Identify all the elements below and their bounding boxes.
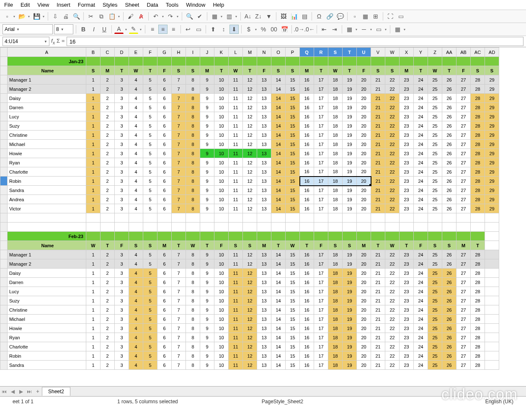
jan-cell-4-18[interactable]: 18 (328, 112, 343, 121)
jan-cell-6-12[interactable]: 12 (243, 131, 257, 140)
feb-cell-1-15[interactable]: 15 (286, 259, 300, 269)
jan-cell-7-4[interactable]: 4 (129, 140, 143, 149)
sort-desc-icon[interactable]: Z↓ (254, 12, 263, 21)
jan-cell-13-16[interactable]: 16 (300, 195, 314, 204)
row-header-17[interactable] (0, 204, 8, 213)
jan-name-14[interactable]: Victor (8, 204, 86, 213)
feb-cell-11-21[interactable]: 21 (371, 351, 385, 361)
jan-cell-7-27[interactable]: 27 (456, 140, 471, 149)
feb-cell-12-23[interactable]: 23 (400, 361, 414, 370)
jan-cell-13-8[interactable]: 8 (186, 195, 200, 204)
jan-cell-1-16[interactable]: 16 (300, 85, 314, 94)
jan-cell-7-10[interactable]: 10 (214, 140, 229, 149)
feb-cell-8-9[interactable]: 9 (200, 324, 214, 333)
indent-inc-button[interactable]: ⇥ (330, 25, 339, 34)
jan-cell-0-19[interactable]: 19 (343, 75, 357, 85)
menu-tools[interactable]: Tools (166, 2, 178, 8)
feb-cell-5-21[interactable]: 21 (371, 296, 385, 305)
feb-cell-9-16[interactable]: 16 (300, 333, 314, 342)
jan-cell-5-23[interactable]: 23 (400, 121, 414, 131)
feb-cell-12-27[interactable]: 27 (456, 361, 471, 370)
jan-cell-6-14[interactable]: 14 (271, 131, 286, 140)
jan-cell-7-2[interactable]: 2 (101, 140, 115, 149)
feb-cell-10-19[interactable]: 19 (343, 342, 357, 351)
row-header-34[interactable] (0, 361, 8, 370)
jan-cell-11-21[interactable]: 21 (371, 177, 385, 186)
feb-cell-6-19[interactable]: 19 (343, 305, 357, 315)
jan-cell-0-12[interactable]: 12 (243, 75, 257, 85)
jan-cell-8-27[interactable]: 27 (456, 149, 471, 158)
jan-cell-2-6[interactable]: 6 (157, 94, 172, 103)
feb-cell-1-26[interactable]: 26 (442, 259, 456, 269)
jan-cell-11-2[interactable]: 2 (101, 177, 115, 186)
jan-cell-4-10[interactable]: 10 (214, 112, 229, 121)
jan-cell-8-13[interactable]: 13 (257, 149, 271, 158)
jan-cell-11-6[interactable]: 6 (157, 177, 172, 186)
jan-cell-0-15[interactable]: 15 (286, 75, 300, 85)
feb-cell-0-27[interactable]: 27 (456, 250, 471, 259)
feb-cell-7-20[interactable]: 20 (357, 315, 371, 324)
feb-cell-12-17[interactable]: 17 (314, 361, 328, 370)
jan-cell-12-4[interactable]: 4 (129, 186, 143, 195)
jan-cell-5-18[interactable]: 18 (328, 121, 343, 131)
feb-cell-9-28[interactable]: 28 (471, 333, 485, 342)
jan-cell-6-20[interactable]: 20 (357, 131, 371, 140)
feb-cell-12-22[interactable]: 22 (385, 361, 400, 370)
feb-cell-0-19[interactable]: 19 (343, 250, 357, 259)
feb-cell-10-1[interactable]: 1 (86, 342, 101, 351)
jan-cell-12-27[interactable]: 27 (456, 186, 471, 195)
feb-cell-0-22[interactable]: 22 (385, 250, 400, 259)
jan-cell-7-21[interactable]: 21 (371, 140, 385, 149)
jan-cell-3-21[interactable]: 21 (371, 103, 385, 112)
jan-cell-2-5[interactable]: 5 (143, 94, 157, 103)
jan-cell-3-3[interactable]: 3 (115, 103, 129, 112)
col-header-U[interactable]: U (357, 48, 371, 57)
feb-cell-6-16[interactable]: 16 (300, 305, 314, 315)
row-header-13[interactable] (0, 167, 8, 177)
bold-button[interactable]: B (79, 25, 88, 34)
jan-cell-10-3[interactable]: 3 (115, 167, 129, 177)
jan-cell-10-14[interactable]: 14 (271, 167, 286, 177)
jan-cell-14-24[interactable]: 24 (414, 204, 428, 213)
jan-cell-6-17[interactable]: 17 (314, 131, 328, 140)
jan-name-4[interactable]: Lucy (8, 112, 86, 121)
jan-cell-2-20[interactable]: 20 (357, 94, 371, 103)
jan-cell-5-15[interactable]: 15 (286, 121, 300, 131)
feb-cell-0-14[interactable]: 14 (271, 250, 286, 259)
feb-cell-4-14[interactable]: 14 (271, 287, 286, 296)
jan-cell-11-3[interactable]: 3 (115, 177, 129, 186)
menu-sheet[interactable]: Sheet (125, 2, 139, 8)
row-header-10[interactable] (0, 140, 8, 149)
jan-cell-4-21[interactable]: 21 (371, 112, 385, 121)
jan-cell-13-4[interactable]: 4 (129, 195, 143, 204)
jan-cell-4-12[interactable]: 12 (243, 112, 257, 121)
tab-add[interactable]: + (34, 389, 42, 394)
feb-cell-7-27[interactable]: 27 (456, 315, 471, 324)
jan-cell-3-23[interactable]: 23 (400, 103, 414, 112)
feb-cell-6-3[interactable]: 3 (115, 305, 129, 315)
feb-cell-0-23[interactable]: 23 (400, 250, 414, 259)
feb-cell-9-2[interactable]: 2 (101, 333, 115, 342)
jan-cell-13-14[interactable]: 14 (271, 195, 286, 204)
jan-cell-11-1[interactable]: 1 (86, 177, 101, 186)
menu-file[interactable]: File (4, 2, 13, 8)
feb-cell-4-13[interactable]: 13 (257, 287, 271, 296)
feb-cell-7-19[interactable]: 19 (343, 315, 357, 324)
jan-cell-5-17[interactable]: 17 (314, 121, 328, 131)
save-icon[interactable]: 💾 (32, 12, 41, 21)
feb-cell-3-23[interactable]: 23 (400, 278, 414, 287)
percent-button[interactable]: % (259, 25, 268, 34)
feb-cell-4-22[interactable]: 22 (385, 287, 400, 296)
feb-cell-7-3[interactable]: 3 (115, 315, 129, 324)
row-header-2[interactable] (0, 66, 8, 75)
jan-cell-5-26[interactable]: 26 (442, 121, 456, 131)
feb-cell-1-6[interactable]: 6 (157, 259, 172, 269)
feb-cell-1-17[interactable]: 17 (314, 259, 328, 269)
spreadsheet-grid[interactable]: ABCDEFGHIJKLMNOPQRSTUVWXYZAAABACADJan-23… (0, 47, 526, 386)
jan-cell-7-20[interactable]: 20 (357, 140, 371, 149)
jan-name-13[interactable]: Andrea (8, 195, 86, 204)
feb-cell-10-8[interactable]: 8 (186, 342, 200, 351)
feb-cell-6-28[interactable]: 28 (471, 305, 485, 315)
jan-cell-0-4[interactable]: 4 (129, 75, 143, 85)
feb-cell-0-17[interactable]: 17 (314, 250, 328, 259)
